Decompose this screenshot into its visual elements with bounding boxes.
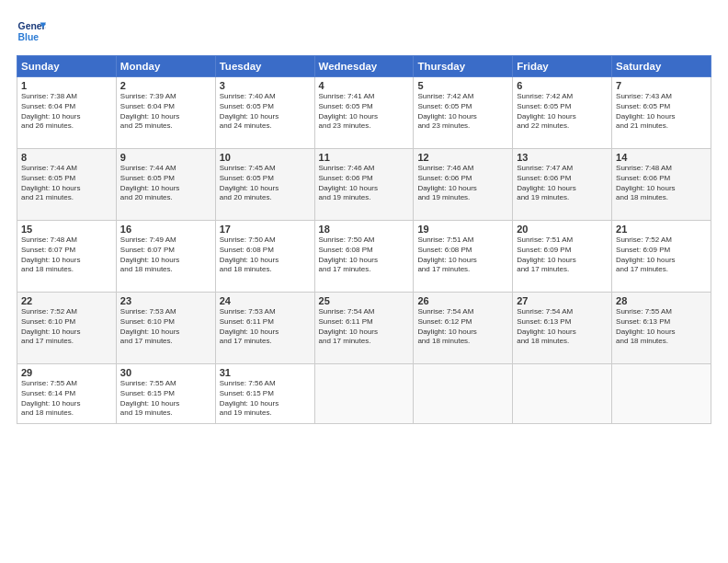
calendar-cell: 18Sunrise: 7:50 AMSunset: 6:08 PMDayligh… — [314, 221, 414, 293]
day-info: Sunrise: 7:40 AMSunset: 6:05 PMDaylight:… — [220, 92, 311, 132]
day-info: Sunrise: 7:55 AMSunset: 6:15 PMDaylight:… — [120, 379, 211, 419]
calendar-cell: 1Sunrise: 7:38 AMSunset: 6:04 PMDaylight… — [17, 77, 117, 149]
day-info: Sunrise: 7:45 AMSunset: 6:05 PMDaylight:… — [220, 164, 311, 203]
day-info: Sunrise: 7:42 AMSunset: 6:05 PMDaylight:… — [417, 92, 508, 132]
day-info: Sunrise: 7:47 AMSunset: 6:06 PMDaylight:… — [517, 164, 608, 203]
day-number: 11 — [319, 152, 410, 163]
calendar-cell — [414, 364, 513, 424]
day-info: Sunrise: 7:48 AMSunset: 6:06 PMDaylight:… — [616, 164, 707, 203]
day-info: Sunrise: 7:53 AMSunset: 6:11 PMDaylight:… — [220, 307, 311, 347]
week-row-1: 1Sunrise: 7:38 AMSunset: 6:04 PMDaylight… — [17, 77, 711, 149]
weekday-wednesday: Wednesday — [314, 56, 414, 77]
day-number: 28 — [616, 295, 707, 306]
day-number: 26 — [417, 295, 508, 306]
day-info: Sunrise: 7:51 AMSunset: 6:08 PMDaylight:… — [417, 236, 508, 275]
weekday-thursday: Thursday — [414, 56, 513, 77]
weekday-sunday: Sunday — [17, 56, 117, 77]
day-number: 15 — [21, 224, 112, 235]
week-row-2: 8Sunrise: 7:44 AMSunset: 6:05 PMDaylight… — [17, 149, 711, 221]
day-number: 14 — [616, 152, 707, 163]
calendar-cell: 29Sunrise: 7:55 AMSunset: 6:14 PMDayligh… — [17, 364, 117, 424]
calendar-cell: 28Sunrise: 7:55 AMSunset: 6:13 PMDayligh… — [612, 293, 711, 364]
day-number: 5 — [417, 80, 508, 91]
header: General Blue — [17, 17, 711, 46]
day-number: 31 — [220, 367, 311, 378]
calendar-cell: 6Sunrise: 7:42 AMSunset: 6:05 PMDaylight… — [513, 77, 612, 149]
day-info: Sunrise: 7:53 AMSunset: 6:10 PMDaylight:… — [120, 307, 211, 347]
calendar-cell: 3Sunrise: 7:40 AMSunset: 6:05 PMDaylight… — [215, 77, 314, 149]
calendar-cell: 30Sunrise: 7:55 AMSunset: 6:15 PMDayligh… — [116, 364, 215, 424]
calendar-cell: 26Sunrise: 7:54 AMSunset: 6:12 PMDayligh… — [414, 293, 513, 364]
calendar-cell: 25Sunrise: 7:54 AMSunset: 6:11 PMDayligh… — [314, 293, 414, 364]
day-number: 16 — [120, 224, 211, 235]
day-info: Sunrise: 7:54 AMSunset: 6:11 PMDaylight:… — [319, 307, 410, 347]
day-info: Sunrise: 7:46 AMSunset: 6:06 PMDaylight:… — [319, 164, 410, 203]
calendar-cell: 11Sunrise: 7:46 AMSunset: 6:06 PMDayligh… — [314, 149, 414, 221]
day-info: Sunrise: 7:39 AMSunset: 6:04 PMDaylight:… — [120, 92, 211, 132]
day-info: Sunrise: 7:55 AMSunset: 6:14 PMDaylight:… — [21, 379, 112, 419]
calendar-cell: 20Sunrise: 7:51 AMSunset: 6:09 PMDayligh… — [513, 221, 612, 293]
day-info: Sunrise: 7:38 AMSunset: 6:04 PMDaylight:… — [21, 92, 112, 132]
calendar-cell — [612, 364, 711, 424]
calendar-cell: 22Sunrise: 7:52 AMSunset: 6:10 PMDayligh… — [17, 293, 117, 364]
calendar-cell: 17Sunrise: 7:50 AMSunset: 6:08 PMDayligh… — [215, 221, 314, 293]
calendar-cell: 19Sunrise: 7:51 AMSunset: 6:08 PMDayligh… — [414, 221, 513, 293]
day-info: Sunrise: 7:46 AMSunset: 6:06 PMDaylight:… — [417, 164, 508, 203]
day-number: 18 — [319, 224, 410, 235]
weekday-tuesday: Tuesday — [215, 56, 314, 77]
day-number: 6 — [517, 80, 608, 91]
day-number: 25 — [319, 295, 410, 306]
day-info: Sunrise: 7:43 AMSunset: 6:05 PMDaylight:… — [616, 92, 707, 132]
calendar-cell: 7Sunrise: 7:43 AMSunset: 6:05 PMDaylight… — [612, 77, 711, 149]
calendar-cell: 9Sunrise: 7:44 AMSunset: 6:05 PMDaylight… — [116, 149, 215, 221]
day-info: Sunrise: 7:44 AMSunset: 6:05 PMDaylight:… — [21, 164, 112, 203]
calendar-cell — [513, 364, 612, 424]
day-number: 9 — [120, 152, 211, 163]
svg-text:Blue: Blue — [18, 32, 40, 42]
day-number: 4 — [319, 80, 410, 91]
calendar-cell: 8Sunrise: 7:44 AMSunset: 6:05 PMDaylight… — [17, 149, 117, 221]
calendar-cell: 5Sunrise: 7:42 AMSunset: 6:05 PMDaylight… — [414, 77, 513, 149]
weekday-friday: Friday — [513, 56, 612, 77]
weekday-monday: Monday — [116, 56, 215, 77]
day-number: 23 — [120, 295, 211, 306]
calendar-cell: 12Sunrise: 7:46 AMSunset: 6:06 PMDayligh… — [414, 149, 513, 221]
day-number: 8 — [21, 152, 112, 163]
calendar-cell: 13Sunrise: 7:47 AMSunset: 6:06 PMDayligh… — [513, 149, 612, 221]
day-info: Sunrise: 7:55 AMSunset: 6:13 PMDaylight:… — [616, 307, 707, 347]
day-info: Sunrise: 7:42 AMSunset: 6:05 PMDaylight:… — [517, 92, 608, 132]
calendar-cell: 2Sunrise: 7:39 AMSunset: 6:04 PMDaylight… — [116, 77, 215, 149]
day-info: Sunrise: 7:54 AMSunset: 6:12 PMDaylight:… — [417, 307, 508, 347]
logo: General Blue — [17, 17, 50, 46]
day-info: Sunrise: 7:49 AMSunset: 6:07 PMDaylight:… — [120, 236, 211, 275]
day-number: 27 — [517, 295, 608, 306]
day-number: 22 — [21, 295, 112, 306]
week-row-3: 15Sunrise: 7:48 AMSunset: 6:07 PMDayligh… — [17, 221, 711, 293]
day-number: 21 — [616, 224, 707, 235]
day-number: 30 — [120, 367, 211, 378]
day-info: Sunrise: 7:51 AMSunset: 6:09 PMDaylight:… — [517, 236, 608, 275]
day-info: Sunrise: 7:54 AMSunset: 6:13 PMDaylight:… — [517, 307, 608, 347]
weekday-header-row: SundayMondayTuesdayWednesdayThursdayFrid… — [17, 56, 711, 77]
calendar-cell — [314, 364, 414, 424]
calendar-cell: 24Sunrise: 7:53 AMSunset: 6:11 PMDayligh… — [215, 293, 314, 364]
day-info: Sunrise: 7:52 AMSunset: 6:10 PMDaylight:… — [21, 307, 112, 347]
day-info: Sunrise: 7:52 AMSunset: 6:09 PMDaylight:… — [616, 236, 707, 275]
day-number: 17 — [220, 224, 311, 235]
day-info: Sunrise: 7:44 AMSunset: 6:05 PMDaylight:… — [120, 164, 211, 203]
day-number: 10 — [220, 152, 311, 163]
day-number: 29 — [21, 367, 112, 378]
calendar-cell: 15Sunrise: 7:48 AMSunset: 6:07 PMDayligh… — [17, 221, 117, 293]
calendar-cell: 23Sunrise: 7:53 AMSunset: 6:10 PMDayligh… — [116, 293, 215, 364]
week-row-5: 29Sunrise: 7:55 AMSunset: 6:14 PMDayligh… — [17, 364, 711, 424]
generalblue-icon: General Blue — [17, 17, 46, 46]
calendar-cell: 10Sunrise: 7:45 AMSunset: 6:05 PMDayligh… — [215, 149, 314, 221]
day-number: 3 — [220, 80, 311, 91]
calendar-cell: 27Sunrise: 7:54 AMSunset: 6:13 PMDayligh… — [513, 293, 612, 364]
day-number: 20 — [517, 224, 608, 235]
day-number: 2 — [120, 80, 211, 91]
day-number: 7 — [616, 80, 707, 91]
calendar-cell: 4Sunrise: 7:41 AMSunset: 6:05 PMDaylight… — [314, 77, 414, 149]
day-info: Sunrise: 7:50 AMSunset: 6:08 PMDaylight:… — [220, 236, 311, 275]
day-info: Sunrise: 7:48 AMSunset: 6:07 PMDaylight:… — [21, 236, 112, 275]
